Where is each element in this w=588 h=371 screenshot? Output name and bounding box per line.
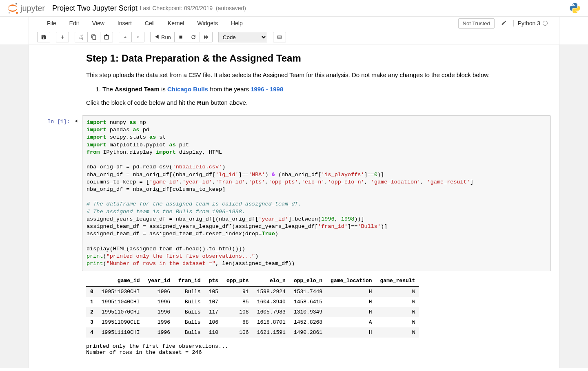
output-cell: game_idyear_idfran_idptsopp_ptselo_nopp_…	[86, 275, 551, 356]
cut-button[interactable]	[75, 32, 88, 42]
table-cell: W	[376, 307, 419, 317]
step-description: This step uploads the data set from a CS…	[86, 71, 519, 80]
copy-button[interactable]	[87, 32, 100, 42]
table-cell: 4	[86, 327, 98, 338]
notebook-title[interactable]: Project Two Jupyter Script	[52, 4, 138, 13]
table-cell: 117	[205, 307, 222, 317]
table-cell: Bulls	[174, 327, 205, 338]
kernel-name: Python 3	[518, 20, 540, 26]
table-row: 3199511090CLE1996Bulls106881618.87011452…	[86, 317, 419, 327]
move-up-button[interactable]	[119, 32, 132, 42]
kernel-idle-icon	[543, 21, 548, 26]
run-instruction: Click the block of code below and hit th…	[86, 98, 519, 108]
menu-insert[interactable]: Insert	[111, 17, 138, 30]
toolbar: Run Code	[29, 30, 559, 44]
table-header: elo_n	[253, 275, 290, 287]
table-cell: 88	[222, 317, 253, 327]
table-cell: 1490.2861	[290, 327, 326, 338]
markdown-cell[interactable]: Step 1: Data Preparation & the Assigned …	[86, 53, 519, 107]
table-header: year_id	[144, 275, 174, 287]
table-cell: 1310.9349	[290, 307, 326, 317]
menu-view[interactable]: View	[86, 17, 111, 30]
restart-run-all-button[interactable]	[200, 32, 213, 42]
menubar: File Edit View Insert Cell Kernel Widget…	[29, 17, 559, 30]
table-cell: 1621.1591	[253, 327, 290, 338]
table-cell: 2	[86, 307, 98, 317]
table-header: game_id	[98, 275, 144, 287]
menu-help[interactable]: Help	[224, 17, 249, 30]
table-header: opp_pts	[222, 275, 253, 287]
table-cell: 199511040CHI	[98, 297, 144, 307]
table-cell: 1452.8268	[290, 317, 326, 327]
table-cell: Bulls	[174, 297, 205, 307]
svg-rect-1	[277, 36, 282, 38]
python-icon	[569, 2, 581, 14]
table-cell: 1	[86, 297, 98, 307]
table-cell: 1605.7983	[253, 307, 290, 317]
table-header: game_location	[326, 275, 376, 287]
table-cell: 110	[205, 327, 222, 338]
menu-kernel[interactable]: Kernel	[161, 17, 191, 30]
notebook-container: Step 1: Data Preparation & the Assigned …	[0, 44, 588, 368]
restart-button[interactable]	[187, 32, 200, 42]
paste-button[interactable]	[100, 32, 113, 42]
run-button[interactable]: Run	[150, 32, 175, 42]
menu-cell[interactable]: Cell	[138, 17, 161, 30]
table-cell: H	[326, 327, 376, 338]
table-cell: 199511110CHI	[98, 327, 144, 338]
menu-edit[interactable]: Edit	[63, 17, 86, 30]
kernel-status[interactable]: Python 3	[513, 20, 548, 26]
table-cell: 3	[86, 317, 98, 327]
insert-cell-button[interactable]	[56, 32, 69, 42]
assigned-team-line: The Assigned Team is Chicago Bulls from …	[102, 86, 519, 93]
move-down-button[interactable]	[131, 32, 144, 42]
table-row: 1199511040CHI1996Bulls107851604.39401458…	[86, 297, 419, 307]
jupyter-logo[interactable]: jupyter	[7, 3, 45, 13]
menu-widgets[interactable]: Widgets	[191, 17, 224, 30]
svg-rect-2	[278, 37, 278, 37]
svg-rect-4	[280, 37, 280, 37]
code-cell-1[interactable]: In [1]: import numpy as np import pandas…	[37, 115, 551, 271]
table-header: pts	[205, 275, 222, 287]
run-cell-icon[interactable]	[74, 118, 78, 124]
jupyter-icon	[7, 3, 18, 13]
table-cell: 199511070CHI	[98, 307, 144, 317]
table-row: 4199511110CHI1996Bulls1101061621.1591149…	[86, 327, 419, 338]
svg-rect-6	[278, 38, 281, 38]
table-cell: 1458.6415	[290, 297, 326, 307]
table-cell: A	[326, 317, 376, 327]
table-row: 2199511070CHI1996Bulls1171081605.7983131…	[86, 307, 419, 317]
menu-file[interactable]: File	[40, 17, 63, 30]
run-label: Run	[161, 34, 171, 40]
table-cell: 199511090CLE	[98, 317, 144, 327]
table-header	[86, 275, 98, 287]
command-palette-button[interactable]	[273, 32, 286, 42]
assigned-team-years: 1996 - 1998	[251, 86, 283, 93]
table-cell: 107	[205, 297, 222, 307]
table-cell: 1996	[144, 287, 174, 297]
table-cell: Bulls	[174, 307, 205, 317]
svg-rect-0	[179, 36, 182, 39]
table-cell: 1996	[144, 297, 174, 307]
table-cell: 105	[205, 287, 222, 297]
edit-icon[interactable]	[499, 19, 509, 28]
jupyter-logo-text: jupyter	[20, 4, 45, 13]
table-header: opp_elo_n	[290, 275, 326, 287]
cell-type-select[interactable]: Code	[218, 32, 267, 42]
run-icon	[154, 34, 160, 41]
table-cell: H	[326, 297, 376, 307]
table-cell: W	[376, 327, 419, 338]
table-cell: 1996	[144, 317, 174, 327]
table-cell: 85	[222, 297, 253, 307]
interrupt-button[interactable]	[174, 32, 187, 42]
table-cell: 106	[205, 317, 222, 327]
code-input-area[interactable]: import numpy as np import pandas as pd i…	[82, 115, 551, 271]
table-cell: 1996	[144, 327, 174, 338]
assigned-team-name: Chicago Bulls	[167, 86, 208, 93]
table-cell: 199511030CHI	[98, 287, 144, 297]
table-cell: 0	[86, 287, 98, 297]
save-button[interactable]	[37, 32, 50, 42]
table-cell: W	[376, 287, 419, 297]
not-trusted-button[interactable]: Not Trusted	[458, 18, 495, 29]
table-cell: 91	[222, 287, 253, 297]
